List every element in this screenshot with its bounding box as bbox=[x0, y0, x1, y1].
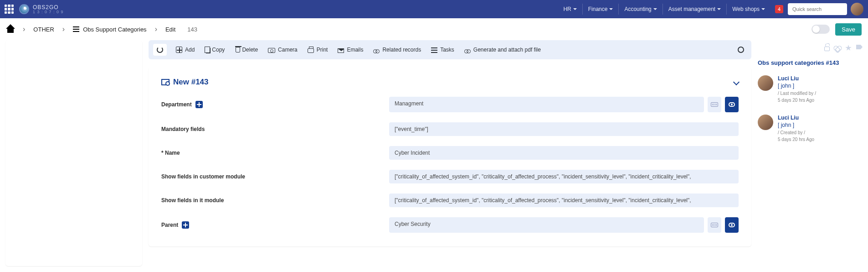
plus-icon bbox=[176, 47, 182, 53]
audit-username[interactable]: [ john ] bbox=[778, 122, 814, 128]
audit-entry: Luci Liu [ john ] / Created by / 5 days … bbox=[758, 115, 863, 142]
keyboard-button[interactable] bbox=[708, 217, 721, 233]
parent-input[interactable]: Cyber Security bbox=[389, 217, 704, 233]
tasks-icon bbox=[431, 47, 437, 53]
copy-icon bbox=[206, 48, 211, 53]
name-input[interactable]: Cyber Incident bbox=[389, 146, 739, 160]
nav-label: Finance bbox=[588, 6, 608, 12]
delete-button[interactable]: Delete bbox=[234, 45, 259, 55]
audit-user-name[interactable]: Luci Liu bbox=[778, 75, 816, 82]
row-department: Department Managment bbox=[161, 97, 739, 112]
generate-pdf-button[interactable]: Generate and attach pdf file bbox=[463, 45, 542, 55]
keyboard-icon bbox=[711, 102, 718, 107]
nav-web-shops[interactable]: Web shops bbox=[727, 4, 770, 15]
user-avatar[interactable] bbox=[851, 3, 863, 16]
audit-action: / Last modified by / bbox=[778, 91, 816, 96]
heart-icon[interactable] bbox=[834, 46, 841, 51]
refresh-icon bbox=[157, 47, 163, 53]
tool-label: Print bbox=[317, 47, 328, 53]
tool-label: Delete bbox=[242, 47, 258, 53]
audit-avatar[interactable] bbox=[758, 115, 773, 130]
keyboard-icon bbox=[711, 223, 718, 227]
camera-button[interactable]: Camera bbox=[267, 45, 298, 55]
collapse-icon[interactable] bbox=[733, 79, 740, 85]
attach-icon bbox=[464, 49, 471, 53]
crumb-categories[interactable]: Obs Support Categories bbox=[73, 26, 146, 33]
caret-down-icon bbox=[761, 8, 765, 10]
caret-down-icon bbox=[717, 8, 721, 10]
clock-text: 1 3 : 0 7 : 0 9 bbox=[33, 10, 64, 14]
nav-asset-management[interactable]: Asset management bbox=[663, 4, 727, 15]
unlock-icon[interactable] bbox=[824, 47, 830, 51]
refresh-button[interactable] bbox=[153, 44, 167, 56]
nav-hr[interactable]: HR bbox=[558, 4, 582, 15]
related-records-button[interactable]: Related records bbox=[372, 45, 422, 55]
home-icon[interactable] bbox=[6, 26, 15, 33]
row-show-it: Show fields in it module ["criticality_o… bbox=[161, 194, 739, 207]
tool-label: Camera bbox=[278, 47, 298, 53]
view-department-button[interactable] bbox=[725, 97, 739, 112]
audit-action: / Created by / bbox=[778, 130, 814, 135]
crumb-label: Obs Support Categories bbox=[83, 26, 146, 33]
audit-entry: Luci Liu [ john ] / Last modified by / 5… bbox=[758, 75, 863, 103]
add-parent-button[interactable] bbox=[182, 221, 189, 229]
label-text: Department bbox=[161, 101, 192, 108]
nav-label: HR bbox=[563, 6, 571, 12]
tasks-button[interactable]: Tasks bbox=[430, 45, 455, 55]
tag-icon[interactable] bbox=[856, 45, 863, 49]
crumb-other[interactable]: OTHER bbox=[33, 26, 54, 33]
star-icon[interactable] bbox=[845, 45, 852, 51]
keyboard-button[interactable] bbox=[708, 97, 721, 112]
notifications-badge[interactable]: 4 bbox=[775, 5, 783, 13]
save-button[interactable]: Save bbox=[835, 23, 862, 36]
audit-avatar[interactable] bbox=[758, 75, 773, 91]
main-nav: HR Finance Accounting Asset management W… bbox=[558, 4, 770, 15]
mandatory-input[interactable]: ["event_time"] bbox=[389, 122, 739, 136]
tool-label: Emails bbox=[347, 47, 363, 53]
field-label: Show fields in customer module bbox=[161, 173, 389, 180]
tool-label: Copy bbox=[212, 47, 225, 53]
nav-accounting[interactable]: Accounting bbox=[619, 4, 663, 15]
field-label: Mandatory fields bbox=[161, 126, 389, 132]
toggle-switch[interactable] bbox=[812, 25, 830, 34]
field-label: Parent bbox=[161, 221, 389, 229]
nav-label: Web shops bbox=[732, 6, 760, 12]
logo-icon bbox=[19, 4, 29, 14]
apps-grid-icon[interactable] bbox=[5, 5, 14, 14]
card-title: New #143 bbox=[173, 78, 209, 87]
department-input[interactable]: Managment bbox=[389, 97, 704, 112]
print-button[interactable]: Print bbox=[307, 45, 329, 55]
chevron-right-icon: › bbox=[155, 25, 157, 33]
audit-time: 5 days 20 hrs Ago bbox=[778, 98, 816, 103]
chevron-right-icon: › bbox=[23, 25, 25, 33]
nav-label: Accounting bbox=[624, 6, 651, 12]
crumb-edit: Edit bbox=[165, 26, 175, 33]
row-show-customer: Show fields in customer module ["critica… bbox=[161, 170, 739, 183]
add-button[interactable]: Add bbox=[175, 45, 195, 55]
brand-logo[interactable]: OBS2GO 1 3 : 0 7 : 0 9 bbox=[19, 4, 64, 14]
add-department-button[interactable] bbox=[195, 101, 203, 108]
copy-button[interactable]: Copy bbox=[204, 45, 226, 55]
quick-search-input[interactable] bbox=[788, 3, 847, 15]
audit-user-name[interactable]: Luci Liu bbox=[778, 115, 814, 121]
emails-button[interactable]: Emails bbox=[337, 45, 364, 55]
brand-text: OBS2GO bbox=[33, 5, 64, 10]
trash-icon bbox=[236, 47, 240, 52]
tool-label: Related records bbox=[382, 47, 421, 53]
caret-down-icon bbox=[609, 8, 613, 10]
row-name: * Name Cyber Incident bbox=[161, 146, 739, 160]
eye-icon bbox=[729, 223, 735, 227]
show-it-input[interactable]: ["criticality_of_affected_system_id", "c… bbox=[389, 194, 739, 207]
nav-finance[interactable]: Finance bbox=[583, 4, 619, 15]
breadcrumb-bar: › OTHER › Obs Support Categories › Edit … bbox=[0, 18, 868, 40]
view-parent-button[interactable] bbox=[725, 217, 739, 233]
field-label: Show fields in it module bbox=[161, 197, 389, 204]
list-icon bbox=[73, 26, 79, 32]
record-icon bbox=[161, 79, 169, 85]
print-icon bbox=[308, 48, 314, 53]
eye-icon bbox=[729, 102, 735, 107]
settings-button[interactable] bbox=[735, 44, 747, 56]
audit-username[interactable]: [ john ] bbox=[778, 83, 816, 89]
show-customer-input[interactable]: ["criticality_of_affected_system_id", "c… bbox=[389, 170, 739, 183]
link-icon bbox=[373, 49, 380, 53]
